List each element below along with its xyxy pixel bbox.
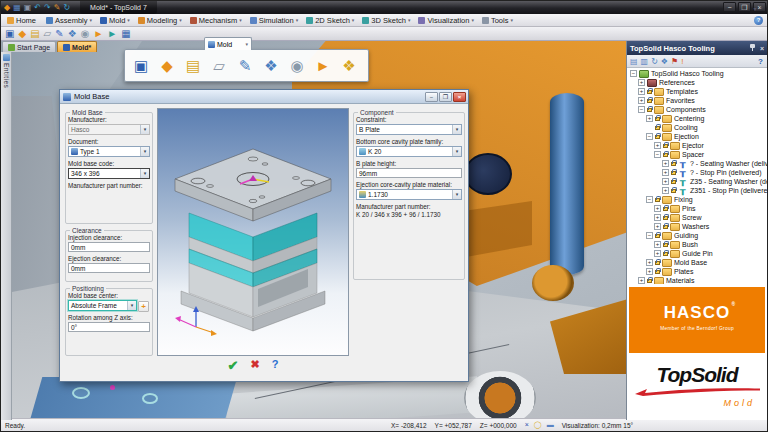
plate-family-select[interactable]: K 20 ▾ <box>356 146 462 157</box>
tab-tools[interactable]: Tools ▾ <box>478 14 517 27</box>
tree-item[interactable]: + Pins <box>627 204 767 213</box>
tree-item[interactable]: + ? - Seating Washer (delivered) <box>627 159 767 168</box>
refresh-icon[interactable]: ↻ <box>63 4 70 12</box>
tree-expander[interactable]: + <box>662 178 669 185</box>
document-select[interactable]: Type 1 ▾ <box>68 146 150 157</box>
tree-expander[interactable]: + <box>662 187 669 194</box>
toolbar-close-icon[interactable]: × <box>759 5 763 11</box>
dialog-restore-button[interactable]: ❐ <box>439 92 452 102</box>
tree-expander[interactable]: + <box>662 160 669 167</box>
tree-item[interactable]: + Ejector <box>627 141 767 150</box>
tree-item[interactable]: + Templates <box>627 87 767 96</box>
tree-item[interactable]: + Z351 - Stop Pin (delivered) <box>627 186 767 195</box>
visualization-setting[interactable]: Visualization: 0,2mm 15° <box>562 422 634 429</box>
tab-mechanism[interactable]: Mechanism ▾ <box>186 14 246 27</box>
app-logo-icon[interactable]: ◆ <box>4 4 10 12</box>
tab-mold-doc[interactable]: Mold* <box>57 41 97 52</box>
tree-item[interactable]: + References <box>627 78 767 87</box>
tree-expander[interactable]: + <box>654 205 661 212</box>
tree-item[interactable]: + Z35 - Seating Washer (delivered) <box>627 177 767 186</box>
tree-expander[interactable]: + <box>662 169 669 176</box>
tab-modeling[interactable]: Modeling ▾ <box>134 14 186 27</box>
tree-expander[interactable]: + <box>654 241 661 248</box>
add-frame-button[interactable]: + <box>138 301 149 312</box>
tab-home[interactable]: Home <box>3 14 42 27</box>
tab-mold[interactable]: Mold ▾ <box>96 14 134 27</box>
mold-base-code-select[interactable]: 346 x 396 ▾ <box>68 168 150 179</box>
eject-arrow-icon[interactable]: ► <box>107 28 117 39</box>
plates-icon[interactable]: ▤ <box>30 28 39 39</box>
tree-expander[interactable]: − <box>654 151 661 158</box>
tree-item[interactable]: − Fixing <box>627 195 767 204</box>
collapse-tree-icon[interactable]: ▥ <box>641 57 649 66</box>
constraint-select[interactable]: B Plate ▾ <box>356 124 462 135</box>
grid-icon[interactable]: ▬ <box>547 421 554 429</box>
tree-item[interactable]: + Mold Base <box>627 258 767 267</box>
frame-icon[interactable]: ▱ <box>44 28 52 39</box>
undo-icon[interactable]: ↶ <box>34 4 41 12</box>
refresh-icon[interactable]: ↻ <box>651 57 658 66</box>
tree-expander[interactable]: + <box>654 142 661 149</box>
panel-header[interactable]: TopSolid Hasco Tooling × <box>627 41 767 55</box>
tab-start-page[interactable]: Start Page <box>2 41 56 52</box>
flag-icon[interactable]: ⚑ <box>671 57 678 66</box>
expand-tree-icon[interactable]: ▤ <box>630 57 638 66</box>
plate-material-select[interactable]: 1.1730 ▾ <box>356 189 462 200</box>
demolding-icon[interactable]: ► <box>93 28 103 39</box>
snap-icon[interactable]: ◯ <box>534 421 542 429</box>
dialog-title-bar[interactable]: Mold Base <box>60 90 468 104</box>
tree-item[interactable]: + Guide Pin <box>627 249 767 258</box>
panel-help-icon[interactable]: ? <box>758 57 763 66</box>
tree-item[interactable]: + Bush <box>627 240 767 249</box>
rotation-field[interactable]: 0° <box>68 322 150 332</box>
tree-expander[interactable]: − <box>646 196 653 203</box>
cancel-button[interactable]: ✖ <box>250 358 259 373</box>
tree-item[interactable]: + ? - Stop Pin (delivered) <box>627 168 767 177</box>
tree-expander[interactable]: − <box>630 70 637 77</box>
mold-base-icon[interactable]: ▣ <box>5 28 14 39</box>
dialog-close-button[interactable]: × <box>453 92 466 102</box>
save-icon[interactable]: ▦ <box>13 4 21 12</box>
collapsed-panel-strip[interactable]: Entities <box>1 52 12 420</box>
export-icon[interactable]: ▦ <box>121 28 130 39</box>
mold-preview-viewport[interactable] <box>157 108 349 356</box>
cavity-insert-icon[interactable]: ◆ <box>155 58 179 73</box>
tree-expander[interactable]: + <box>638 277 645 284</box>
tree-expander[interactable] <box>646 124 653 131</box>
tree-item[interactable]: − TopSolid Hasco Tooling <box>627 69 767 78</box>
tree-item[interactable]: − Components <box>627 105 767 114</box>
ejector-pin-icon[interactable]: ✎ <box>55 28 63 39</box>
settings-icon[interactable]: ❖ <box>661 57 668 66</box>
split-core-icon[interactable]: ◉ <box>81 28 90 39</box>
tree-item[interactable]: + Centering <box>627 114 767 123</box>
tree-expander[interactable]: + <box>638 88 645 95</box>
injection-clearance-field[interactable]: 0mm <box>68 242 150 252</box>
copy-icon[interactable]: ▣ <box>24 4 32 12</box>
tree-item[interactable]: − Spacer <box>627 150 767 159</box>
tree-item[interactable]: + Favorites <box>627 96 767 105</box>
ok-button[interactable]: ✔ <box>228 358 239 373</box>
tree-item[interactable]: − Guiding <box>627 231 767 240</box>
coordinates-icon[interactable]: × <box>525 421 529 429</box>
tree-expander[interactable]: − <box>646 232 653 239</box>
mold-base-icon[interactable]: ▣ <box>129 58 153 73</box>
tree-expander[interactable]: + <box>654 250 661 257</box>
tree-expander[interactable]: + <box>638 79 645 86</box>
pin-icon[interactable] <box>749 44 756 52</box>
components-icon[interactable]: ❖ <box>259 58 283 73</box>
tree-expander[interactable]: + <box>646 115 653 122</box>
tree-expander[interactable]: + <box>646 259 653 266</box>
toolbar-options-icon[interactable]: ▾ <box>753 5 756 12</box>
mold-frame-icon[interactable]: ▱ <box>207 58 231 73</box>
tree-item[interactable]: + Screw <box>627 213 767 222</box>
tree-expander[interactable]: + <box>654 223 661 230</box>
help-icon[interactable]: ? <box>754 16 763 25</box>
tree-item[interactable]: − Ejection <box>627 132 767 141</box>
redo-icon[interactable]: ↷ <box>44 4 51 12</box>
minimize-button[interactable]: − <box>723 2 736 12</box>
tab-simulation[interactable]: Simulation ▾ <box>246 14 303 27</box>
mold-base-center-select[interactable]: Absolute Frame ▾ + <box>68 300 137 311</box>
plates-icon[interactable]: ▤ <box>181 58 205 73</box>
ejection-clearance-field[interactable]: 0mm <box>68 263 150 273</box>
tree-expander[interactable]: − <box>646 133 653 140</box>
